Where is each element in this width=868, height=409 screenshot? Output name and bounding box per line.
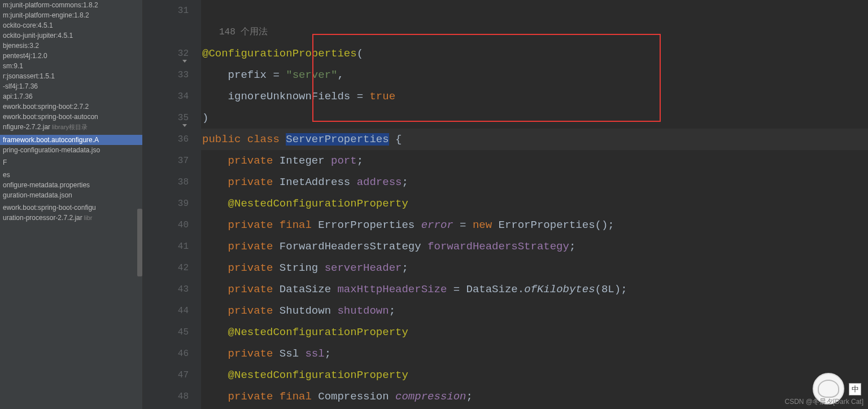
code-line[interactable] — [202, 0, 868, 21]
token-punct: ; — [357, 155, 363, 167]
code-editor[interactable]: 31323334353637383940414243444546474849 1… — [143, 0, 868, 409]
sidebar-item[interactable]: pentest4j:1.2.0 — [0, 51, 142, 61]
sidebar-item[interactable]: -slf4j:1.7.36 — [0, 81, 142, 91]
code-line[interactable]: prefix = "server", — [202, 64, 868, 86]
token-kw: private — [202, 240, 280, 253]
line-number[interactable]: 46 — [143, 343, 189, 364]
token-punct: (8L); — [595, 283, 627, 296]
sidebar-item[interactable]: es — [0, 170, 142, 180]
code-line[interactable]: @NestedConfigurationProperty — [202, 193, 868, 214]
token-cls: ForwardHeadersStrategy — [280, 240, 428, 253]
code-line[interactable]: private Integer port; — [202, 150, 868, 171]
line-number[interactable]: 37 — [143, 150, 189, 171]
line-number[interactable]: 40 — [143, 214, 189, 236]
line-number[interactable] — [143, 21, 189, 43]
token-field: forwardHeadersStrategy — [428, 240, 569, 253]
collapse-end-icon[interactable] — [181, 114, 187, 120]
sidebar-item[interactable]: framework.boot.autoconfigure.A — [0, 135, 142, 145]
token-punct: ; — [569, 240, 575, 253]
token-cls: Integer — [280, 155, 331, 167]
code-content[interactable]: 148 个用法@ConfigurationProperties( prefix … — [201, 0, 868, 409]
token-cls: DataSize — [280, 283, 338, 296]
token-field: port — [331, 155, 357, 167]
code-line[interactable]: private Shutdown shutdown; — [202, 300, 868, 322]
watermark-text: CSDN @冬晨夕[Dark Cat] — [784, 397, 863, 407]
code-line[interactable]: private ForwardHeadersStrategy forwardHe… — [202, 236, 868, 257]
code-line[interactable]: private final ErrorProperties error = ne… — [202, 214, 868, 236]
sidebar-item[interactable]: ework.boot:spring-boot:2.7.2 — [0, 102, 142, 112]
line-gutter[interactable]: 31323334353637383940414243444546474849 — [143, 0, 201, 409]
usage-hint[interactable]: 148 个用法 — [202, 21, 868, 43]
line-number[interactable]: 45 — [143, 322, 189, 343]
token-punct: , — [337, 69, 343, 81]
line-number[interactable]: 33 — [143, 64, 189, 86]
line-number[interactable]: 42 — [143, 257, 189, 279]
line-number[interactable]: 48 — [143, 386, 189, 407]
token-punct: ( — [357, 47, 363, 60]
code-line[interactable]: private InetAddress address; — [202, 171, 868, 193]
token-cls: Ssl — [280, 348, 306, 360]
line-number[interactable]: 47 — [143, 364, 189, 386]
line-number[interactable]: 39 — [143, 193, 189, 214]
code-line[interactable]: private DataSize maxHttpHeaderSize = Dat… — [202, 279, 868, 300]
sidebar-item[interactable]: m:junit-platform-commons:1.8.2 — [0, 0, 142, 10]
token-kw: private final — [202, 219, 318, 231]
token-cls: ErrorProperties(); — [499, 219, 614, 231]
sidebar-scrollbar[interactable] — [137, 209, 142, 276]
project-sidebar[interactable]: m:junit-platform-commons:1.8.2m:junit-pl… — [0, 0, 143, 409]
token-cls: InetAddress — [280, 176, 357, 188]
token-punct: ; — [402, 176, 408, 188]
sidebar-item[interactable]: ework.boot:spring-boot-autocon — [0, 112, 142, 122]
code-line[interactable]: ) — [202, 107, 868, 129]
sidebar-item[interactable]: ockito-core:4.5.1 — [0, 20, 142, 30]
sidebar-item[interactable]: F — [0, 157, 142, 168]
token-field: ssl — [305, 348, 324, 360]
token-punct: ; — [325, 348, 331, 360]
token-sel-class: ServerProperties — [286, 133, 389, 146]
collapse-start-icon[interactable] — [181, 50, 187, 55]
sidebar-item[interactable]: ockito-junit-jupiter:4.5.1 — [0, 30, 142, 41]
sidebar-item[interactable]: nfigure-2.7.2.jar library根目录 — [0, 122, 142, 133]
code-line[interactable]: private String serverHeader; — [202, 257, 868, 279]
line-number[interactable]: 43 — [143, 279, 189, 300]
sidebar-item[interactable]: api:1.7.36 — [0, 91, 142, 102]
token-kw: private — [202, 262, 280, 274]
token-punct: ; — [466, 390, 472, 403]
code-line[interactable]: private final Compression compression; — [202, 386, 868, 407]
code-line[interactable]: @ConfigurationProperties( — [202, 43, 868, 64]
token-cls: Shutdown — [280, 305, 338, 317]
line-number[interactable]: 44 — [143, 300, 189, 322]
token-param-italic: error — [421, 219, 453, 231]
token-field: serverHeader — [325, 262, 402, 274]
sidebar-item[interactable]: uration-processor-2.7.2.jar libr — [0, 213, 142, 223]
sidebar-item[interactable]: m:junit-platform-engine:1.8.2 — [0, 10, 142, 20]
code-line[interactable]: @NestedConfigurationProperty — [202, 322, 868, 343]
token-field: maxHttpHeaderSize — [337, 283, 447, 296]
sidebar-item[interactable]: guration-metadata.json — [0, 190, 142, 200]
token-kw: private final — [202, 390, 318, 403]
sidebar-item[interactable]: pring-configuration-metadata.jso — [0, 145, 142, 155]
code-line[interactable]: private Ssl ssl; — [202, 343, 868, 364]
sidebar-item[interactable]: bjenesis:3.2 — [0, 41, 142, 51]
line-number[interactable]: 35 — [143, 107, 189, 129]
token-kw: private — [202, 155, 280, 167]
token-kw: private — [202, 348, 280, 360]
line-number[interactable]: 34 — [143, 86, 189, 107]
line-number[interactable]: 32 — [143, 43, 189, 64]
line-number[interactable]: 31 — [143, 0, 189, 21]
ime-indicator: 中 — [849, 383, 861, 395]
token-anno: @NestedConfigurationProperty — [202, 197, 408, 210]
line-number[interactable]: 36 — [143, 129, 189, 150]
code-line[interactable]: @NestedConfigurationProperty — [202, 364, 868, 386]
token-field: shutdown — [337, 305, 389, 317]
sidebar-item[interactable]: sm:9.1 — [0, 61, 142, 71]
line-number[interactable]: 38 — [143, 171, 189, 193]
line-number[interactable]: 41 — [143, 236, 189, 257]
code-line[interactable]: public class ServerProperties { — [201, 129, 868, 150]
sidebar-item[interactable]: onfigure-metadata.properties — [0, 180, 142, 190]
token-cls: String — [280, 262, 325, 274]
code-line[interactable]: ignoreUnknownFields = true — [202, 86, 868, 107]
sidebar-item[interactable]: ework.boot:spring-boot-configu — [0, 203, 142, 213]
sidebar-item[interactable]: r:jsonassert:1.5.1 — [0, 71, 142, 81]
token-str: "server" — [286, 69, 337, 81]
